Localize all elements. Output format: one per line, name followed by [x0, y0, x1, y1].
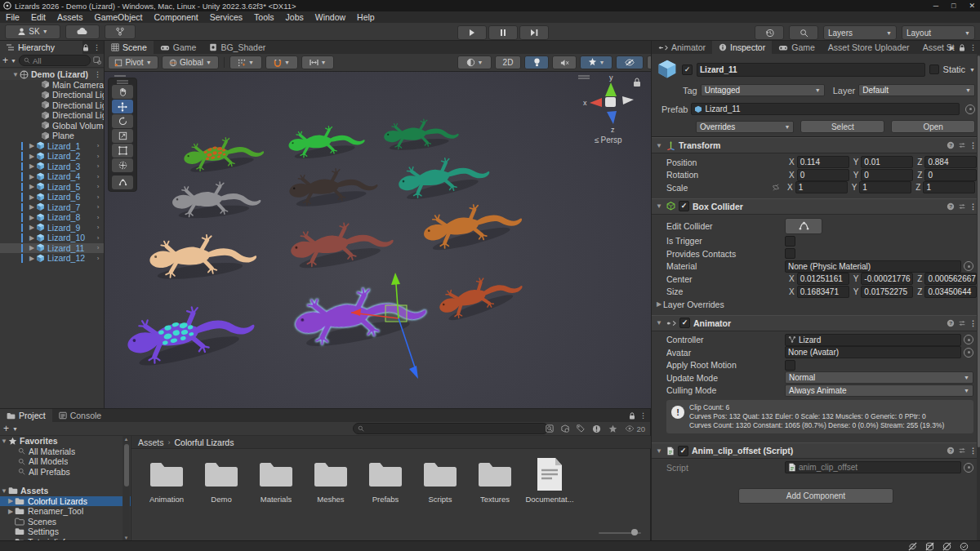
foldout-arrow[interactable]: ▶: [28, 193, 36, 201]
effects-dropdown[interactable]: ▼: [580, 56, 612, 69]
foldout-arrow[interactable]: ▶: [28, 234, 36, 242]
scale-z-field[interactable]: 1: [923, 181, 975, 193]
lock-icon[interactable]: [82, 44, 89, 51]
rotate-tool[interactable]: [112, 114, 133, 128]
prefab-open-arrow[interactable]: ›: [94, 142, 102, 149]
prefab-open-arrow[interactable]: ›: [94, 183, 102, 190]
scene-menu-icon[interactable]: ⋮: [94, 70, 101, 78]
undo-history-button[interactable]: [755, 25, 784, 40]
hierarchy-item-lizard-10[interactable]: ▶Lizard_10›: [0, 233, 104, 243]
grid-snap-dropdown[interactable]: ▼: [229, 56, 262, 69]
presets-icon[interactable]: [958, 319, 966, 327]
hierarchy-add-button[interactable]: +: [2, 55, 8, 66]
prefab-open-arrow[interactable]: ›: [94, 255, 102, 262]
hierarchy-item-directional-light[interactable]: Directional Light: [0, 100, 104, 111]
tab-scene[interactable]: Scene: [105, 41, 154, 54]
static-checkbox[interactable]: [929, 64, 939, 74]
prefab-open-arrow[interactable]: ›: [94, 193, 102, 201]
material-picker-icon[interactable]: [964, 261, 973, 271]
menu-edit[interactable]: Edit: [25, 12, 51, 22]
tab-hierarchy[interactable]: Hierarchy: [0, 41, 82, 54]
component-menu-icon[interactable]: ⋮: [969, 141, 977, 149]
rotation-z-field[interactable]: 0: [924, 169, 977, 181]
minimize-button[interactable]: ─: [933, 2, 938, 10]
center-z-field[interactable]: 0.000562667: [924, 273, 977, 285]
hierarchy-item-lizard-7[interactable]: ▶Lizard_7›: [0, 202, 104, 213]
component-header-box-collider[interactable]: ▼✓Box Collider?⋮: [652, 198, 980, 215]
component-enabled-checkbox[interactable]: ✓: [679, 318, 690, 328]
open-button[interactable]: Open: [891, 120, 975, 133]
lock-icon[interactable]: [959, 44, 965, 51]
select-button[interactable]: Select: [800, 120, 884, 133]
scale-tool[interactable]: [112, 129, 133, 143]
foldout-arrow[interactable]: ▶: [28, 183, 36, 190]
tab-asset-store-uploader[interactable]: Asset Store Uploader: [822, 41, 916, 54]
hierarchy-item-lizard-11[interactable]: ▶Lizard_11›: [0, 243, 104, 254]
foldout-arrow[interactable]: ▶: [28, 244, 36, 251]
is-trigger-checkbox[interactable]: [785, 236, 795, 247]
inspector-menu-icon[interactable]: ⋮: [969, 43, 977, 51]
hierarchy-item-lizard-4[interactable]: ▶Lizard_4›: [0, 171, 104, 182]
component-enabled-checkbox[interactable]: ✓: [679, 201, 689, 211]
component-enabled-checkbox[interactable]: ✓: [678, 446, 688, 456]
account-button[interactable]: SK▼: [5, 24, 60, 39]
global-dropdown[interactable]: Global▼: [162, 56, 219, 69]
hierarchy-item-directional-light[interactable]: Directional Light: [0, 110, 104, 121]
scene-lizard_1[interactable]: [181, 131, 265, 176]
hierarchy-item-lizard-12[interactable]: ▶Lizard_12›: [0, 253, 104, 264]
position-x-field[interactable]: 0.114: [797, 156, 849, 168]
overrides-dropdown[interactable]: Overrides▼: [696, 121, 794, 133]
project-folder-renamer-tool[interactable]: ▶Renamer_Tool: [0, 506, 131, 517]
foldout-arrow[interactable]: ▶: [655, 300, 663, 308]
prefab-open-arrow[interactable]: ›: [94, 173, 102, 180]
component-menu-icon[interactable]: ⋮: [969, 319, 977, 327]
help-icon[interactable]: ?: [947, 319, 955, 327]
project-folder-scenes[interactable]: Scenes: [0, 517, 131, 527]
hierarchy-item-lizard-3[interactable]: ▶Lizard_3›: [0, 162, 104, 172]
foldout-arrow[interactable]: ▶: [28, 142, 36, 149]
project-tree-scrollbar[interactable]: ▲ ▼: [122, 436, 130, 541]
component-header-animator[interactable]: ▼✓Animator?⋮: [652, 315, 980, 331]
2d-toggle[interactable]: 2D: [495, 56, 521, 69]
step-button[interactable]: [519, 25, 549, 40]
move-tool[interactable]: [112, 100, 133, 113]
prefab-open-arrow[interactable]: ›: [94, 162, 102, 170]
menu-gameobject[interactable]: GameObject: [89, 12, 149, 22]
update-mode-dropdown[interactable]: Normal▼: [785, 371, 973, 384]
script-picker-icon[interactable]: [964, 463, 973, 473]
asset-documentat-[interactable]: Documentat...: [524, 457, 575, 504]
hierarchy-item-lizard-2[interactable]: ▶Lizard_2›: [0, 151, 104, 162]
size-z-field[interactable]: 0.03450644: [924, 286, 977, 298]
asset-animation[interactable]: Animation: [141, 457, 192, 504]
prefab-open-arrow[interactable]: ›: [94, 214, 102, 221]
foldout-arrow[interactable]: ▶: [28, 153, 36, 160]
search-in-folder-icon[interactable]: [546, 424, 554, 433]
view-tool[interactable]: [112, 85, 133, 99]
hierarchy-item-global-volume[interactable]: Global Volume: [0, 121, 104, 131]
rect-tool[interactable]: [112, 144, 133, 158]
custom-tool[interactable]: [112, 176, 133, 189]
menu-help[interactable]: Help: [351, 12, 381, 22]
foldout-arrow[interactable]: ▶: [28, 224, 36, 231]
menu-component[interactable]: Component: [148, 12, 203, 22]
foldout-arrow[interactable]: ▶: [28, 203, 36, 211]
menu-jobs[interactable]: Jobs: [280, 12, 310, 22]
shading-mode-dropdown[interactable]: ▼: [457, 56, 492, 69]
static-caret[interactable]: ▼: [969, 67, 975, 73]
asset-textures[interactable]: Textures: [470, 457, 520, 504]
thumbnail-zoom-slider[interactable]: [599, 528, 641, 536]
version-control-button[interactable]: [105, 24, 136, 39]
lock-icon[interactable]: [629, 412, 635, 420]
asset-demo[interactable]: Demo: [196, 457, 247, 504]
project-add-caret[interactable]: ▼: [12, 426, 18, 432]
foldout-arrow[interactable]: ▼: [655, 142, 663, 149]
snap-move-dropdown[interactable]: ▼: [301, 56, 334, 69]
tab-game[interactable]: Game: [772, 41, 822, 54]
hierarchy-item-lizard-8[interactable]: ▶Lizard_8›: [0, 212, 104, 223]
prefab-open-arrow[interactable]: ›: [94, 153, 102, 160]
foldout-arrow[interactable]: ▶: [28, 173, 36, 180]
project-folder-settings[interactable]: Settings: [0, 527, 131, 537]
scene-lizard_3[interactable]: [382, 115, 460, 153]
object-name-field[interactable]: Lizard_11: [697, 63, 925, 77]
cache-server-disabled-icon[interactable]: [925, 542, 934, 551]
